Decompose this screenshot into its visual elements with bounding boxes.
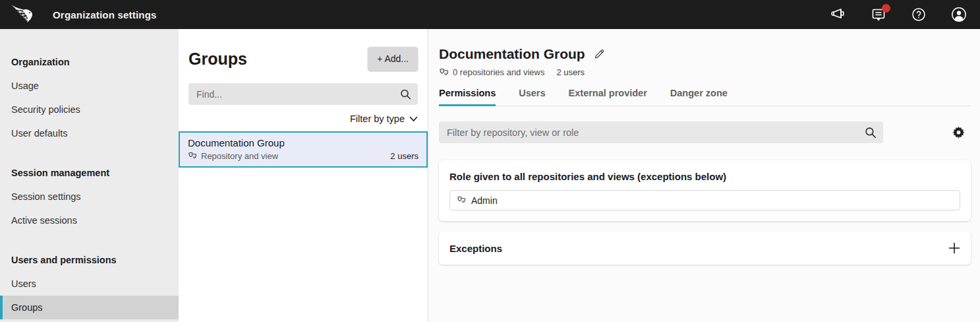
sidebar-item-security-policies[interactable]: Security policies [0, 98, 179, 121]
add-exception-plus-icon[interactable] [948, 242, 960, 254]
group-stats-row: 0 repositories and views 2 users [439, 67, 971, 77]
repositories-count-label: 0 repositories and views [453, 67, 544, 77]
sidebar-header-session-management: Session management [0, 161, 179, 185]
sidebar-item-session-settings[interactable]: Session settings [0, 185, 179, 209]
filter-by-type-dropdown[interactable]: Filter by type [188, 113, 418, 124]
group-type-masks-icon [188, 152, 197, 160]
exceptions-card: Exceptions [439, 232, 971, 265]
group-detail-panel: Documentation Group 0 repositories and v… [428, 29, 980, 322]
group-list-item[interactable]: Documentation Group Repository and view … [179, 131, 428, 168]
search-icon [400, 88, 411, 100]
search-icon [865, 127, 877, 139]
sidebar-section-organization: Organization Usage Security policies Use… [0, 50, 179, 145]
sidebar-section-session-management: Session management Session settings Acti… [0, 161, 179, 232]
crowdstrike-falcon-logo[interactable] [8, 3, 38, 26]
gear-icon[interactable] [952, 126, 965, 139]
groups-panel-title: Groups [188, 49, 247, 69]
topbar-icons [830, 7, 967, 22]
group-type-masks-icon [439, 68, 449, 77]
sidebar-item-users[interactable]: Users [0, 272, 179, 296]
sidebar-item-groups[interactable]: Groups [0, 296, 179, 319]
main-layout: Organization Usage Security policies Use… [0, 29, 980, 322]
page-title: Organization settings [53, 9, 157, 20]
role-masks-icon [457, 196, 466, 205]
sidebar-section-users-permissions: Users and permissions Users Groups [0, 248, 179, 319]
exceptions-title: Exceptions [449, 243, 502, 254]
avatar-icon[interactable] [951, 7, 967, 22]
tab-external-provider[interactable]: External provider [569, 88, 647, 106]
filter-permissions-input[interactable] [439, 121, 883, 143]
sidebar-item-active-sessions[interactable]: Active sessions [0, 209, 179, 232]
role-card: Role given to all repositories and views… [439, 160, 971, 221]
sidebar-header-users-and-permissions: Users and permissions [0, 248, 179, 272]
chevron-down-icon [409, 116, 418, 122]
edit-group-name-pencil-icon[interactable] [594, 49, 605, 60]
topbar: Organization settings [0, 0, 980, 29]
notification-dot [882, 4, 890, 13]
megaphone-icon[interactable] [830, 7, 846, 22]
group-detail-title: Documentation Group [439, 46, 585, 62]
group-item-name: Documentation Group [188, 137, 418, 148]
group-item-users: 2 users [390, 151, 418, 161]
tab-danger-zone[interactable]: Danger zone [670, 88, 728, 106]
users-count-label: 2 users [556, 67, 585, 77]
role-select[interactable]: Admin [449, 190, 960, 210]
sidebar-header-organization: Organization [0, 50, 179, 74]
group-item-type: Repository and view [201, 151, 278, 161]
help-icon[interactable] [911, 7, 927, 22]
find-groups-input[interactable] [188, 83, 418, 105]
messages-icon[interactable] [871, 7, 886, 22]
sidebar-item-user-defaults[interactable]: User defaults [0, 121, 179, 145]
group-list: Documentation Group Repository and view … [179, 131, 428, 168]
groups-list-panel: Groups + Add... Filter by type Documenta… [179, 29, 428, 322]
selected-role-label: Admin [471, 195, 498, 206]
sidebar-item-usage[interactable]: Usage [0, 74, 179, 98]
tab-permissions[interactable]: Permissions [439, 88, 496, 106]
role-card-title: Role given to all repositories and views… [449, 171, 960, 182]
detail-tabs: Permissions Users External provider Dang… [439, 88, 971, 106]
add-group-button[interactable]: + Add... [368, 47, 418, 71]
settings-sidebar: Organization Usage Security policies Use… [0, 29, 179, 322]
filter-by-type-label: Filter by type [350, 113, 405, 124]
tab-users[interactable]: Users [519, 88, 545, 106]
